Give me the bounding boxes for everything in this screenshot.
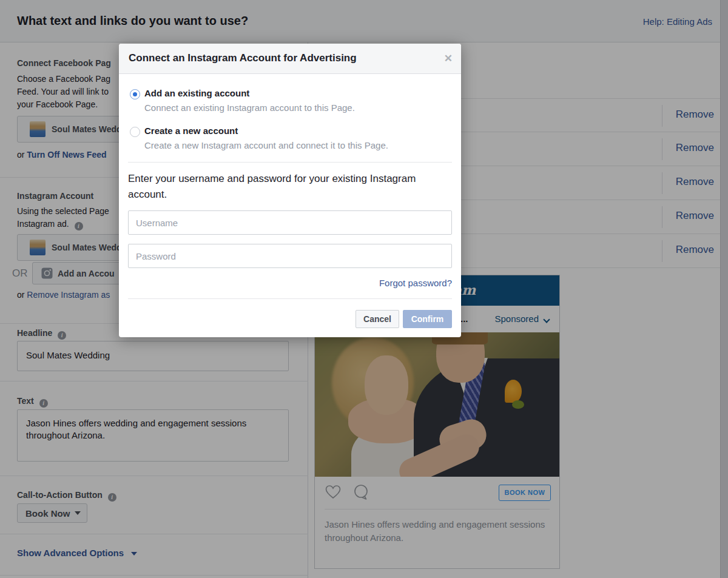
ads-editor-page: What text and links do you want to use? … xyxy=(0,0,728,578)
modal-title: Connect an Instagram Account for Adverti… xyxy=(129,52,357,64)
modal-divider xyxy=(128,298,452,299)
connect-instagram-modal: Connect an Instagram Account for Adverti… xyxy=(119,44,461,337)
confirm-button[interactable]: Confirm xyxy=(403,310,452,328)
modal-divider xyxy=(128,162,452,163)
new-account-description: Create a new Instagram account and conne… xyxy=(144,140,388,150)
existing-account-description: Connect an existing Instagram account to… xyxy=(144,102,355,113)
existing-account-label: Add an existing account xyxy=(144,88,249,98)
password-input[interactable] xyxy=(128,244,452,268)
radio-new-account[interactable] xyxy=(130,127,140,137)
cancel-button[interactable]: Cancel xyxy=(356,310,399,328)
modal-header: Connect an Instagram Account for Adverti… xyxy=(119,44,461,74)
username-input[interactable] xyxy=(128,210,452,235)
forgot-password-link[interactable]: Forgot password? xyxy=(379,278,452,288)
new-account-label: Create a new account xyxy=(144,126,238,136)
credentials-instruction: Enter your username and password for you… xyxy=(128,171,441,203)
close-icon[interactable]: ✕ xyxy=(444,52,453,65)
radio-existing-account[interactable] xyxy=(130,89,140,99)
